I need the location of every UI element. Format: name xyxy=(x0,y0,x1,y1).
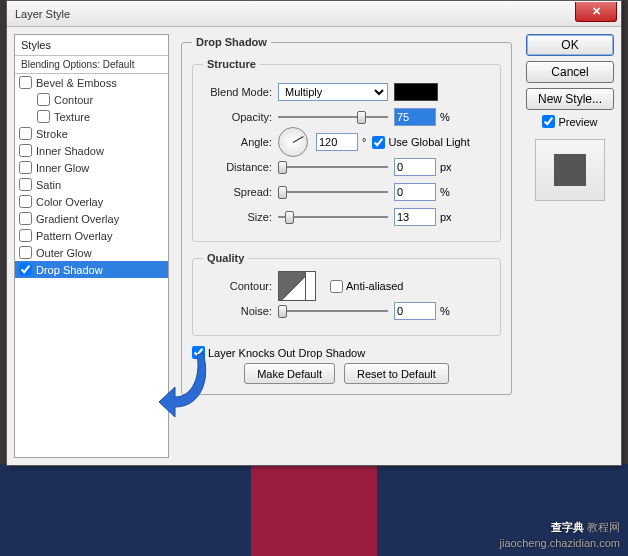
structure-legend: Structure xyxy=(203,58,260,70)
global-light-label: Use Global Light xyxy=(388,136,469,148)
noise-input[interactable] xyxy=(394,302,436,320)
shadow-color-swatch[interactable] xyxy=(394,83,438,101)
sidebar-item-inner-glow[interactable]: Inner Glow xyxy=(15,159,168,176)
sidebar-item-bevel-emboss[interactable]: Bevel & Emboss xyxy=(15,74,168,91)
dialog-buttons: OK Cancel New Style... Preview xyxy=(518,34,614,458)
sidebar-item-checkbox[interactable] xyxy=(37,110,50,123)
preview-checkbox[interactable] xyxy=(542,115,555,128)
sidebar-item-label: Inner Glow xyxy=(36,162,89,174)
noise-slider[interactable] xyxy=(278,303,388,319)
knockout-label: Layer Knocks Out Drop Shadow xyxy=(208,347,365,359)
noise-unit: % xyxy=(440,305,450,317)
sidebar-item-checkbox[interactable] xyxy=(19,161,32,174)
close-icon: ✕ xyxy=(592,5,601,18)
sidebar-item-color-overlay[interactable]: Color Overlay xyxy=(15,193,168,210)
sidebar-item-gradient-overlay[interactable]: Gradient Overlay xyxy=(15,210,168,227)
sidebar-item-contour[interactable]: Contour xyxy=(15,91,168,108)
watermark: 查字典 教程网 jiaocheng.chazidian.com xyxy=(500,516,620,550)
global-light-checkbox[interactable] xyxy=(372,136,385,149)
window-title: Layer Style xyxy=(15,8,70,20)
contour-picker[interactable] xyxy=(278,271,316,301)
sidebar-item-stroke[interactable]: Stroke xyxy=(15,125,168,142)
sidebar-item-label: Outer Glow xyxy=(36,247,92,259)
angle-label: Angle: xyxy=(203,136,278,148)
sidebar-item-checkbox[interactable] xyxy=(19,195,32,208)
opacity-slider[interactable] xyxy=(278,109,388,125)
contour-label: Contour: xyxy=(203,280,278,292)
opacity-input[interactable] xyxy=(394,108,436,126)
preview-label: Preview xyxy=(558,116,597,128)
angle-input[interactable] xyxy=(316,133,358,151)
quality-group: Quality Contour: Anti-aliased Noise: xyxy=(192,252,501,336)
sidebar-item-checkbox[interactable] xyxy=(19,229,32,242)
reset-default-button[interactable]: Reset to Default xyxy=(344,363,449,384)
sidebar-item-label: Inner Shadow xyxy=(36,145,104,157)
sidebar-item-pattern-overlay[interactable]: Pattern Overlay xyxy=(15,227,168,244)
styles-sidebar: Styles Blending Options: Default Bevel &… xyxy=(14,34,169,458)
sidebar-item-inner-shadow[interactable]: Inner Shadow xyxy=(15,142,168,159)
sidebar-item-outer-glow[interactable]: Outer Glow xyxy=(15,244,168,261)
anti-aliased-checkbox[interactable] xyxy=(330,280,343,293)
knockout-checkbox[interactable] xyxy=(192,346,205,359)
sidebar-item-label: Gradient Overlay xyxy=(36,213,119,225)
title-bar[interactable]: Layer Style ✕ xyxy=(7,1,621,27)
sidebar-item-label: Color Overlay xyxy=(36,196,103,208)
cancel-button[interactable]: Cancel xyxy=(526,61,614,83)
sidebar-item-label: Texture xyxy=(54,111,90,123)
sidebar-item-satin[interactable]: Satin xyxy=(15,176,168,193)
sidebar-item-checkbox[interactable] xyxy=(19,263,32,276)
blend-mode-row: Blend Mode: Multiply xyxy=(203,81,490,103)
settings-panel: Drop Shadow Structure Blend Mode: Multip… xyxy=(169,34,518,458)
spread-input[interactable] xyxy=(394,183,436,201)
spread-unit: % xyxy=(440,186,450,198)
sidebar-item-checkbox[interactable] xyxy=(19,127,32,140)
distance-label: Distance: xyxy=(203,161,278,173)
anti-aliased-label: Anti-aliased xyxy=(346,280,403,292)
blend-mode-select[interactable]: Multiply xyxy=(278,83,388,101)
sidebar-item-texture[interactable]: Texture xyxy=(15,108,168,125)
distance-unit: px xyxy=(440,161,452,173)
size-label: Size: xyxy=(203,211,278,223)
angle-unit: ° xyxy=(362,136,366,148)
size-input[interactable] xyxy=(394,208,436,226)
close-button[interactable]: ✕ xyxy=(575,2,617,22)
panel-title: Drop Shadow xyxy=(192,36,271,48)
blend-mode-label: Blend Mode: xyxy=(203,86,278,98)
sidebar-item-checkbox[interactable] xyxy=(19,76,32,89)
sidebar-item-checkbox[interactable] xyxy=(19,212,32,225)
drop-shadow-group: Drop Shadow Structure Blend Mode: Multip… xyxy=(181,36,512,395)
quality-legend: Quality xyxy=(203,252,248,264)
sidebar-item-checkbox[interactable] xyxy=(19,178,32,191)
angle-dial[interactable] xyxy=(278,127,308,157)
noise-label: Noise: xyxy=(203,305,278,317)
sidebar-item-checkbox[interactable] xyxy=(19,144,32,157)
spread-slider[interactable] xyxy=(278,184,388,200)
layer-style-dialog: Layer Style ✕ Styles Blending Options: D… xyxy=(6,0,622,466)
sidebar-item-label: Pattern Overlay xyxy=(36,230,112,242)
opacity-label: Opacity: xyxy=(203,111,278,123)
distance-input[interactable] xyxy=(394,158,436,176)
sidebar-item-checkbox[interactable] xyxy=(19,246,32,259)
blending-options-row[interactable]: Blending Options: Default xyxy=(15,56,168,74)
spread-label: Spread: xyxy=(203,186,278,198)
distance-slider[interactable] xyxy=(278,159,388,175)
sidebar-item-label: Stroke xyxy=(36,128,68,140)
preview-thumbnail xyxy=(535,139,605,201)
sidebar-item-label: Satin xyxy=(36,179,61,191)
anti-aliased-check[interactable]: Anti-aliased xyxy=(330,280,403,293)
ok-button[interactable]: OK xyxy=(526,34,614,56)
new-style-button[interactable]: New Style... xyxy=(526,88,614,110)
sidebar-header[interactable]: Styles xyxy=(15,35,168,56)
sidebar-item-label: Drop Shadow xyxy=(36,264,103,276)
preview-check[interactable]: Preview xyxy=(542,115,597,128)
make-default-button[interactable]: Make Default xyxy=(244,363,335,384)
structure-group: Structure Blend Mode: Multiply Opacity: … xyxy=(192,58,501,242)
sidebar-item-label: Contour xyxy=(54,94,93,106)
opacity-unit: % xyxy=(440,111,450,123)
size-unit: px xyxy=(440,211,452,223)
size-slider[interactable] xyxy=(278,209,388,225)
global-light-check[interactable]: Use Global Light xyxy=(372,136,469,149)
sidebar-item-checkbox[interactable] xyxy=(37,93,50,106)
sidebar-item-drop-shadow[interactable]: Drop Shadow xyxy=(15,261,168,278)
knockout-check[interactable]: Layer Knocks Out Drop Shadow xyxy=(192,346,501,359)
